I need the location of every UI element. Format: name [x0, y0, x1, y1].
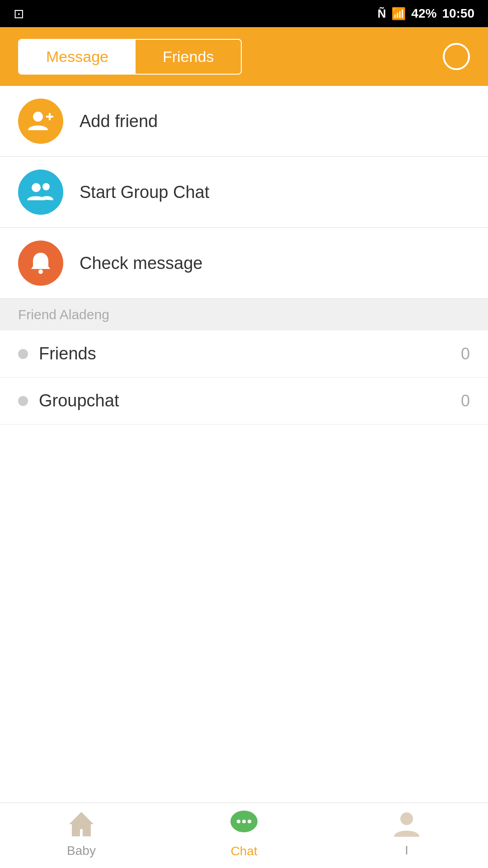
battery-label: 42% [411, 6, 436, 21]
svg-point-5 [38, 269, 43, 274]
section-header: Friend Aladeng [0, 299, 488, 330]
svg-point-0 [33, 112, 43, 122]
bottom-nav: Baby Chat I [0, 802, 488, 868]
group-chat-icon-circle [18, 170, 63, 215]
friends-sub-item[interactable]: Friends 0 [0, 330, 488, 377]
nav-chat-label: Chat [230, 844, 257, 859]
groupchat-count: 0 [461, 392, 470, 410]
nav-i[interactable]: I [325, 809, 488, 858]
nav-chat[interactable]: Chat [163, 808, 325, 859]
chat-bubble-icon [228, 808, 260, 840]
network-icon: Ñ [378, 7, 386, 21]
groupchat-sub-label: Groupchat [39, 391, 119, 410]
section-header-label: Friend Aladeng [18, 307, 109, 322]
groupchat-dot-icon [18, 396, 28, 406]
nav-i-label: I [405, 843, 408, 858]
svg-point-3 [32, 183, 41, 192]
svg-marker-6 [69, 812, 94, 836]
status-bar: ⊡ Ñ 📶 42% 10:50 [0, 0, 488, 27]
friends-count: 0 [461, 344, 470, 363]
image-icon: ⊡ [14, 6, 24, 21]
tab-message[interactable]: Message [19, 40, 136, 74]
group-chat-label: Start Group Chat [80, 183, 209, 202]
time-label: 10:50 [442, 6, 474, 21]
status-bar-left: ⊡ [14, 6, 24, 21]
check-message-label: Check message [80, 254, 202, 273]
add-friend-item[interactable]: Add friend [0, 86, 488, 157]
svg-point-12 [400, 812, 413, 825]
signal-icon: 📶 [391, 7, 406, 21]
add-friend-label: Add friend [80, 112, 158, 131]
svg-point-8 [237, 820, 240, 823]
svg-point-4 [42, 183, 50, 190]
group-chat-item[interactable]: Start Group Chat [0, 157, 488, 228]
check-message-item[interactable]: Check message [0, 228, 488, 299]
house-icon [66, 808, 97, 840]
add-person-icon [28, 108, 53, 134]
status-bar-right: Ñ 📶 42% 10:50 [378, 6, 474, 21]
search-button[interactable] [443, 43, 470, 70]
add-friend-icon-circle [18, 99, 63, 144]
check-message-icon-circle [18, 241, 63, 286]
search-circle-icon [443, 43, 470, 70]
group-icon [27, 179, 54, 206]
groupchat-sub-item[interactable]: Groupchat 0 [0, 377, 488, 425]
tab-switcher: Message Friends [18, 39, 242, 75]
friends-sub-item-left: Friends [18, 344, 96, 363]
person-nav-icon [391, 809, 422, 840]
nav-baby-label: Baby [67, 844, 96, 858]
friends-sub-label: Friends [39, 344, 96, 363]
header: Message Friends [0, 27, 488, 86]
groupchat-sub-item-left: Groupchat [18, 391, 119, 410]
svg-point-9 [242, 820, 246, 823]
friends-dot-icon [18, 349, 28, 359]
nav-baby[interactable]: Baby [0, 808, 163, 858]
list-section: Add friend Start Group Chat Check messag… [0, 86, 488, 802]
tab-friends[interactable]: Friends [136, 40, 241, 74]
bell-icon [28, 251, 53, 275]
svg-point-10 [248, 820, 251, 823]
